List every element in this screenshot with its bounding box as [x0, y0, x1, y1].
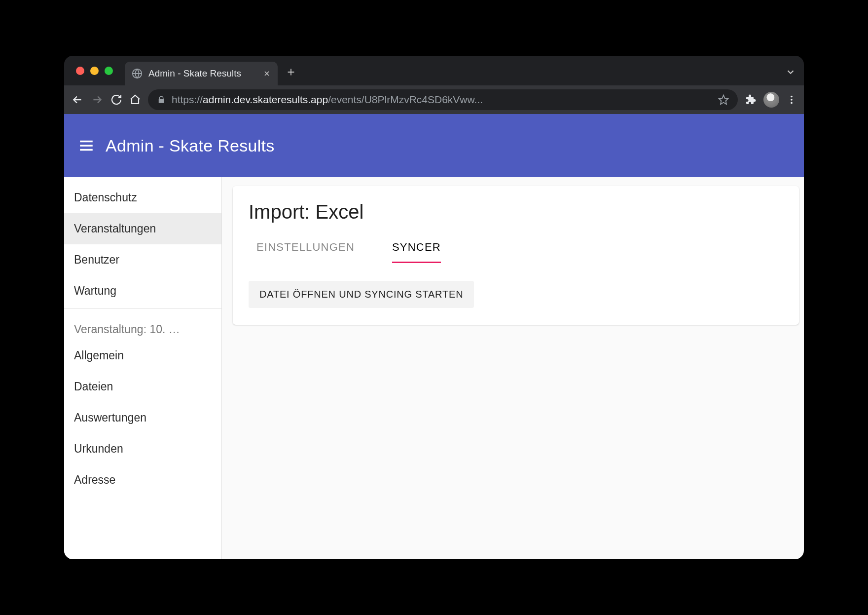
sidebar-item-allgemein[interactable]: Allgemein — [64, 340, 221, 371]
url-domain: admin.dev.skateresults.app — [203, 94, 328, 105]
home-button[interactable] — [129, 94, 141, 106]
card-tabs: EINSTELLUNGEN SYNCER — [249, 241, 783, 263]
svg-point-2 — [791, 96, 793, 98]
app-viewport: Admin - Skate Results Datenschutz Verans… — [64, 114, 804, 559]
url-text: https://admin.dev.skateresults.app/event… — [172, 94, 712, 106]
app-bar: Admin - Skate Results — [64, 114, 804, 177]
sidebar-item-datenschutz[interactable]: Datenschutz — [64, 182, 221, 213]
tab-syncer[interactable]: SYNCER — [392, 241, 441, 263]
card-title: Import: Excel — [249, 201, 783, 223]
url-protocol: https:// — [172, 94, 203, 105]
main-content: Import: Excel EINSTELLUNGEN SYNCER DATEI… — [222, 177, 804, 559]
svg-point-3 — [791, 99, 793, 101]
lock-icon — [157, 95, 166, 104]
import-card: Import: Excel EINSTELLUNGEN SYNCER DATEI… — [233, 186, 799, 325]
tab-title: Admin - Skate Results — [148, 68, 257, 79]
sidebar-section-header: Veranstaltung: 10. … — [64, 309, 221, 340]
url-path: /events/U8PlrMzvRc4SD6kVww... — [328, 94, 483, 105]
new-tab-button[interactable] — [286, 67, 296, 77]
sidebar-item-benutzer[interactable]: Benutzer — [64, 244, 221, 275]
tab-einstellungen[interactable]: EINSTELLUNGEN — [256, 241, 355, 263]
bookmark-star-icon[interactable] — [718, 94, 729, 105]
browser-tab[interactable]: Admin - Skate Results — [125, 62, 278, 85]
svg-point-4 — [791, 102, 793, 104]
svg-marker-1 — [719, 95, 728, 104]
reload-button[interactable] — [110, 94, 122, 106]
address-bar[interactable]: https://admin.dev.skateresults.app/event… — [148, 89, 738, 110]
sidebar-item-adresse[interactable]: Adresse — [64, 464, 221, 496]
sidebar-item-veranstaltungen[interactable]: Veranstaltungen — [64, 213, 221, 244]
window-close-button[interactable] — [76, 67, 84, 75]
window-fullscreen-button[interactable] — [105, 67, 113, 75]
window-minimize-button[interactable] — [90, 67, 99, 75]
globe-icon — [132, 68, 143, 79]
open-file-start-sync-button[interactable]: DATEI ÖFFNEN UND SYNCING STARTEN — [249, 281, 474, 308]
forward-button[interactable] — [91, 93, 104, 106]
app-body: Datenschutz Veranstaltungen Benutzer War… — [64, 177, 804, 559]
sidebar-item-wartung[interactable]: Wartung — [64, 275, 221, 307]
sidebar-item-urkunden[interactable]: Urkunden — [64, 433, 221, 464]
app-title: Admin - Skate Results — [106, 136, 275, 155]
sidebar: Datenschutz Veranstaltungen Benutzer War… — [64, 177, 222, 559]
window-controls — [76, 67, 113, 75]
close-icon[interactable] — [263, 70, 271, 77]
back-button[interactable] — [71, 93, 84, 106]
browser-window: Admin - Skate Results — [64, 56, 804, 559]
profile-avatar[interactable] — [763, 92, 779, 108]
extensions-icon[interactable] — [745, 94, 757, 106]
sidebar-item-auswertungen[interactable]: Auswertungen — [64, 402, 221, 433]
chevron-down-icon[interactable] — [785, 67, 796, 77]
hamburger-menu-icon[interactable] — [78, 137, 95, 154]
browser-toolbar: https://admin.dev.skateresults.app/event… — [64, 85, 804, 114]
tab-strip: Admin - Skate Results — [64, 56, 804, 85]
browser-menu-icon[interactable] — [786, 94, 797, 105]
sidebar-item-dateien[interactable]: Dateien — [64, 371, 221, 402]
